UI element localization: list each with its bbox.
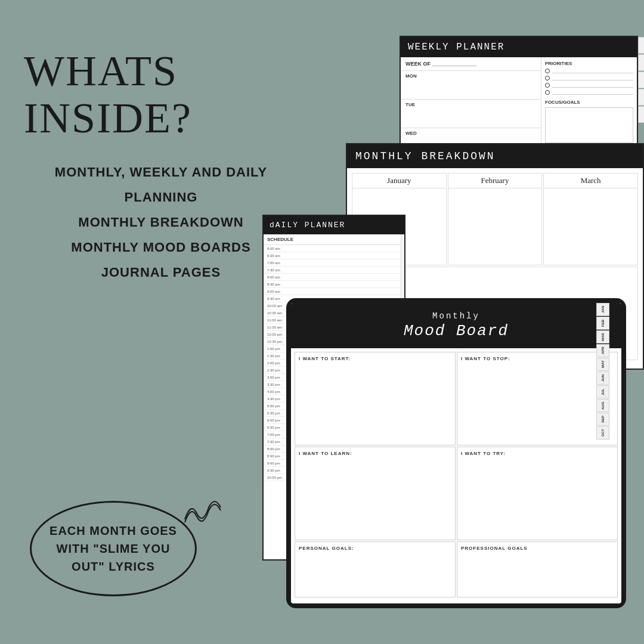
time-slot-600am: 6:00 am	[264, 245, 401, 252]
priority-circle	[545, 90, 550, 95]
subtitle-line-2: PLANNING	[24, 185, 298, 210]
month-cell-mar-body	[544, 188, 637, 263]
subtitle-line-1: MONTHLY, WEEKLY AND DAILY	[24, 160, 298, 185]
time-slot-630am: 6:30 am	[264, 252, 401, 259]
mood-cell-try-label: I WANT TO TRY:	[461, 451, 614, 456]
mood-board-mockup: Monthly Mood Board JAN FEB MAR APR MAY J…	[286, 298, 626, 608]
mood-tab-feb: FEB	[596, 317, 609, 330]
time-slot-900am: 9:00 am	[264, 288, 401, 295]
weekly-planner-title: WEEKLY PLANNER	[408, 42, 504, 52]
priority-item-3	[545, 83, 633, 88]
weekly-tab-mar: MAR	[638, 72, 644, 88]
mood-tab-jun: JUN	[596, 371, 609, 385]
main-container: WHATS INSIDE? MONTHLY, WEEKLY AND DAILY …	[0, 0, 644, 644]
mood-cell-stop-label: I WANT TO STOP:	[461, 356, 614, 361]
mood-grid: I WANT TO START: I WANT TO STOP: I WANT …	[291, 348, 621, 601]
month-cell-feb: February	[448, 173, 543, 265]
time-slot-730am: 7:30 am	[264, 267, 401, 274]
mood-tab-apr: APR	[596, 344, 609, 357]
day-row-tue: TUE	[401, 100, 541, 128]
week-of-row: WEEK OF _______________	[401, 57, 541, 71]
subtitle-line-3: MONTHLY BREAKDOWN	[24, 210, 298, 235]
mood-board-tabs: JAN FEB MAR APR MAY JUN JUL AUG SEP OCT	[596, 303, 609, 439]
mood-tab-mar: MAR	[596, 330, 609, 343]
day-row-mon: MON	[401, 71, 541, 100]
priority-item-4	[545, 90, 633, 95]
mood-tab-oct: OCT	[596, 426, 609, 439]
mood-monthly-text: Monthly	[301, 311, 612, 321]
weekly-planner-header: WEEKLY PLANNER	[401, 37, 637, 57]
subtitle-list: MONTHLY, WEEKLY AND DAILY PLANNING MONTH…	[24, 160, 298, 284]
mood-tab-jul: JUL	[596, 385, 609, 398]
mood-cell-try: I WANT TO TRY:	[457, 447, 618, 540]
mood-cell-personal-label: PERSONAL GOALS:	[299, 546, 451, 551]
priority-circle	[545, 69, 550, 73]
monthly-breakdown-header: MONTHLY BREAKDOWN	[347, 144, 643, 168]
mood-cell-learn-label: I WANT TO LEARN:	[299, 451, 451, 456]
weekly-tab-apr: APR	[638, 89, 644, 106]
mood-cell-stop: I WANT TO STOP:	[457, 352, 618, 445]
oval-badge: EACH MONTH GOES WITH "SLIME YOU OUT" LYR…	[30, 501, 197, 596]
mood-cell-professional: PROFESSIONAL GOALS	[457, 541, 618, 597]
subtitle-line-4: MONTHLY MOOD BOARDS	[24, 235, 298, 260]
badge-text: EACH MONTH GOES WITH "SLIME YOU OUT" LYR…	[44, 522, 183, 575]
mood-cell-start-label: I WANT TO START:	[299, 356, 451, 361]
mood-cell-learn: I WANT TO LEARN:	[295, 447, 456, 540]
day-tue: TUE	[405, 102, 536, 107]
weekly-tab-feb: FEB	[638, 54, 644, 71]
month-cell-feb-header: February	[448, 174, 542, 188]
mood-board-screen: Monthly Mood Board JAN FEB MAR APR MAY J…	[291, 303, 621, 603]
page-title: WHATS INSIDE?	[24, 48, 298, 142]
month-cell-jan-header: January	[352, 174, 446, 188]
monthly-breakdown-title: MONTHLY BREAKDOWN	[355, 150, 496, 162]
month-cell-feb-body	[448, 188, 542, 263]
time-slot-700am: 7:00 am	[264, 259, 401, 267]
daily-planner-title: dAILY PLANNER	[270, 221, 345, 230]
weekly-tab-may: MAY	[638, 106, 644, 123]
mood-tab-sep: SEP	[596, 413, 609, 426]
mood-cell-professional-label: PROFESSIONAL GOALS	[461, 546, 614, 551]
squiggle-decoration	[179, 496, 227, 528]
weekly-tab-jan: JAN	[638, 37, 644, 54]
priority-circle	[545, 76, 550, 80]
mood-tab-aug: AUG	[596, 399, 609, 412]
mood-tab-jan: JAN	[596, 303, 609, 316]
priority-item-1	[545, 69, 633, 73]
mood-cell-personal: PERSONAL GOALS:	[295, 541, 456, 597]
priority-item-2	[545, 76, 633, 80]
day-mon: MON	[405, 73, 536, 79]
schedule-header: SCHEDULE	[264, 234, 401, 245]
focus-box	[545, 107, 633, 143]
subtitle-line-5: JOURNAL PAGES	[24, 260, 298, 285]
time-slot-800am: 8:00 am	[264, 274, 401, 281]
left-content: WHATS INSIDE? MONTHLY, WEEKLY AND DAILY …	[24, 48, 298, 284]
month-cell-mar: March	[543, 173, 638, 265]
time-slot-830am: 8:30 am	[264, 281, 401, 288]
day-wed: WED	[405, 131, 536, 136]
focus-goals-label: FOCUS/GOALS	[545, 100, 633, 105]
mood-board-title: Mood Board	[301, 322, 612, 340]
priorities-label: PRIORITIES	[545, 61, 633, 66]
daily-planner-header: dAILY PLANNER	[264, 216, 404, 234]
right-content: WEEKLY PLANNER WEEK OF _______________ M…	[274, 36, 644, 608]
mood-tab-may: MAY	[596, 358, 609, 371]
priority-circle	[545, 83, 550, 88]
mood-board-header: Monthly Mood Board	[291, 303, 621, 348]
mood-cell-start: I WANT TO START:	[295, 352, 456, 445]
month-cell-mar-header: March	[544, 174, 637, 188]
weekly-tabs: JAN FEB MAR APR MAY	[638, 37, 644, 123]
